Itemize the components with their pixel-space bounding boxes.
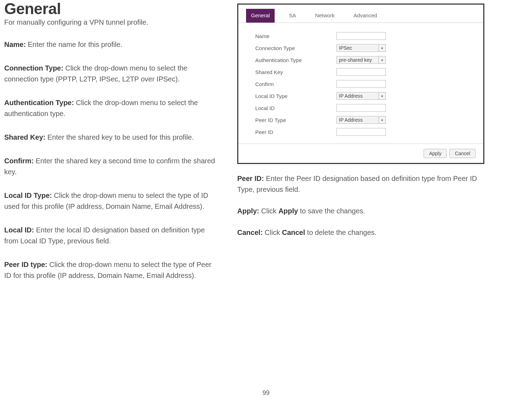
row-localid: Local ID <box>255 102 473 114</box>
row-confirm: Confirm <box>255 78 473 90</box>
chevron-down-icon: ▾ <box>378 44 385 51</box>
row-conn: Connection Type IPSec ▾ <box>255 42 473 54</box>
label-name: Name <box>255 33 336 39</box>
field-peerid-label: Peer ID: <box>237 175 264 182</box>
field-auth: Authentication Type: Click the drop-down… <box>4 97 220 119</box>
field-name: Name: Enter the name for this profile. <box>4 39 220 50</box>
row-localidtype: Local ID Type IP Address ▾ <box>255 90 473 102</box>
chevron-down-icon: ▾ <box>378 92 385 99</box>
chevron-down-icon: ▾ <box>378 116 385 123</box>
select-peerid-value: IP Address <box>339 117 363 123</box>
tab-sa[interactable]: SA <box>284 9 301 23</box>
select-auth-type[interactable]: pre-shared key ▾ <box>336 56 386 64</box>
field-apply-label: Apply: <box>237 207 259 215</box>
apply-button[interactable]: Apply <box>424 149 447 158</box>
label-peerid: Peer ID <box>255 129 336 135</box>
field-shared: Shared Key: Enter the shared key to be u… <box>4 132 220 143</box>
vpn-dialog-screenshot: General SA Network Advanced Name Connect… <box>237 4 484 164</box>
select-connection-value: IPSec <box>339 45 352 51</box>
select-peerid-type[interactable]: IP Address ▾ <box>336 116 386 124</box>
input-peerid[interactable] <box>336 128 386 136</box>
select-auth-value: pre-shared key <box>339 57 372 63</box>
field-peerid-desc: Enter the Peer ID designation based on d… <box>237 175 477 193</box>
row-auth: Authentication Type pre-shared key ▾ <box>255 54 473 66</box>
field-cancel-bold: Cancel <box>282 229 305 236</box>
field-auth-label: Authentication Type: <box>4 99 74 107</box>
label-shared: Shared Key <box>255 69 336 75</box>
field-peerid: Peer ID: Enter the Peer ID designation b… <box>237 173 488 195</box>
field-localid-desc: Enter the local ID designation based on … <box>4 226 205 245</box>
row-peerid: Peer ID <box>255 126 473 138</box>
field-peeridtype-label: Peer ID type: <box>4 261 47 268</box>
label-peeridtype: Peer ID Type <box>255 117 336 123</box>
field-shared-label: Shared Key: <box>4 133 46 141</box>
field-peeridtype: Peer ID type: Click the drop-down menu t… <box>4 259 220 281</box>
row-shared: Shared Key <box>255 66 473 78</box>
input-localid[interactable] <box>336 104 386 112</box>
tab-network[interactable]: Network <box>310 9 339 23</box>
field-apply-pre: Click <box>259 207 278 215</box>
chevron-down-icon: ▾ <box>378 56 385 63</box>
field-confirm-label: Confirm: <box>4 157 34 165</box>
field-localidtype-label: Local ID Type: <box>4 192 52 199</box>
page-heading: General <box>4 0 220 18</box>
cancel-button[interactable]: Cancel <box>449 149 476 158</box>
input-confirm[interactable] <box>336 80 386 88</box>
tab-general[interactable]: General <box>246 9 275 23</box>
field-name-label: Name: <box>4 41 26 48</box>
label-conn: Connection Type <box>255 45 336 51</box>
select-connection-type[interactable]: IPSec ▾ <box>336 44 386 52</box>
select-localid-type[interactable]: IP Address ▾ <box>336 92 386 100</box>
input-name[interactable] <box>336 32 386 40</box>
dialog-footer: Apply Cancel <box>238 144 483 163</box>
field-localid: Local ID: Enter the local ID designation… <box>4 225 220 247</box>
field-apply-post: to save the changes. <box>298 207 365 215</box>
field-cancel-pre: Click <box>263 229 282 236</box>
field-apply: Apply: Click Apply to save the changes. <box>237 206 488 217</box>
field-shared-desc: Enter the shared key to be used for this… <box>46 133 194 141</box>
field-cancel-label: Cancel: <box>237 229 263 236</box>
field-localid-label: Local ID: <box>4 226 34 234</box>
label-localidtype: Local ID Type <box>255 93 336 99</box>
row-peeridtype: Peer ID Type IP Address ▾ <box>255 114 473 126</box>
field-cancel: Cancel: Click Cancel to delete the chang… <box>237 227 488 238</box>
form-area: Name Connection Type IPSec ▾ Authenticat… <box>238 23 483 144</box>
label-confirm: Confirm <box>255 81 336 87</box>
tab-advanced[interactable]: Advanced <box>348 9 382 23</box>
field-cancel-post: to delete the changes. <box>305 229 376 236</box>
field-confirm: Confirm: Enter the shared key a second t… <box>4 156 220 177</box>
field-confirm-desc: Enter the shared key a second time to co… <box>4 157 215 176</box>
field-apply-bold: Apply <box>279 207 298 215</box>
row-name: Name <box>255 30 473 42</box>
tab-bar: General SA Network Advanced <box>238 5 483 23</box>
input-shared-key[interactable] <box>336 68 386 76</box>
intro-text: For manually configuring a VPN tunnel pr… <box>4 18 220 26</box>
field-name-desc: Enter the name for this profile. <box>26 41 122 48</box>
page-number: 99 <box>262 389 269 397</box>
field-localidtype: Local ID Type: Click the drop-down menu … <box>4 190 220 212</box>
label-localid: Local ID <box>255 105 336 111</box>
field-conn: Connection Type: Click the drop-down men… <box>4 63 220 85</box>
select-localid-value: IP Address <box>339 93 363 99</box>
field-conn-label: Connection Type: <box>4 64 63 72</box>
label-auth: Authentication Type <box>255 57 336 63</box>
